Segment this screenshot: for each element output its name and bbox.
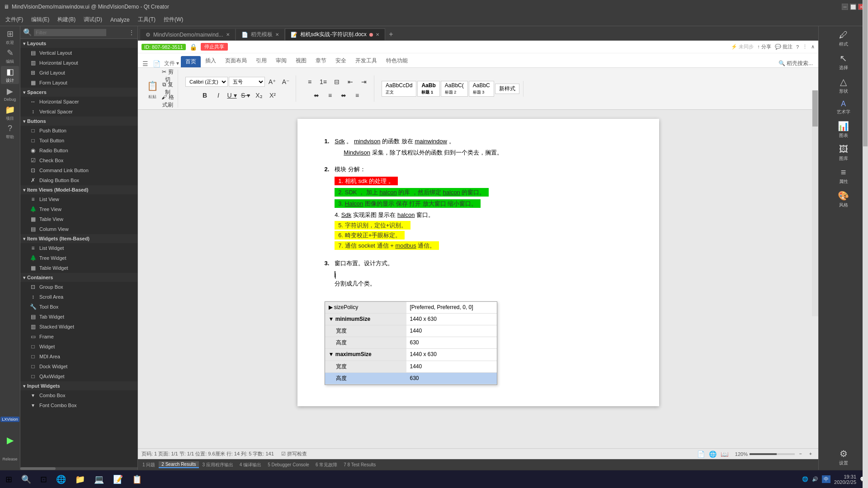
tab-problems[interactable]: 1 问题: [140, 461, 158, 469]
widget-panel-scrollbar[interactable]: [20, 467, 137, 470]
menu-build[interactable]: 构建(B): [54, 15, 79, 24]
stop-share-button[interactable]: 停止共享: [201, 43, 228, 51]
minimize-button[interactable]: ─: [842, 4, 848, 10]
widget-item-dialog-button-box[interactable]: ✗ Dialog Button Box: [20, 175, 137, 185]
widget-item-vertical-spacer[interactable]: ↕ Vertical Spacer: [20, 107, 137, 117]
style-heading1[interactable]: AaBb标题 1: [417, 81, 439, 97]
collapse-icon[interactable]: ∧: [811, 44, 815, 50]
unsync-button[interactable]: ⚡ 未同步: [731, 43, 754, 50]
widget-item-dock-widget[interactable]: □ Dock Widget: [20, 361, 137, 371]
computer-taskbar-button[interactable]: 💻: [90, 472, 108, 487]
widget-item-push-button[interactable]: □ Push Button: [20, 126, 137, 136]
tab-debugger[interactable]: 5 Debugger Console: [265, 462, 312, 468]
cut-button[interactable]: ✂ 剪切: [161, 70, 174, 82]
font-name-select[interactable]: Calibri (正文): [185, 77, 228, 87]
right-tool-shape[interactable]: △ 形状: [821, 75, 866, 96]
widget-item-column-view[interactable]: ▤ Column View: [20, 224, 137, 234]
tab-search-results[interactable]: 2 Search Results: [159, 461, 198, 468]
right-tool-select[interactable]: ↖ 选择: [821, 51, 866, 73]
increase-indent-button[interactable]: ⇥: [358, 75, 370, 88]
widget-item-form-layout[interactable]: ▦ Form Layout: [20, 78, 137, 88]
zoom-out-button[interactable]: −: [797, 450, 805, 458]
search-taskbar-button[interactable]: 🔍: [18, 472, 35, 487]
widget-item-tree-view[interactable]: 🌲 Tree View: [20, 204, 137, 214]
tab-test-results[interactable]: 7 8 Test Results: [341, 462, 378, 468]
align-right-button[interactable]: ⬌: [337, 89, 350, 102]
widget-item-tool-button[interactable]: □ Tool Button: [20, 136, 137, 145]
right-tool-library[interactable]: 🖼 图库: [821, 142, 866, 164]
sidebar-run-button[interactable]: ▶: [1, 431, 19, 449]
word-document[interactable]: 1. Sdk 。 mindvison 的函数 放在 mainwindow 。: [138, 110, 818, 448]
widget-item-command-link-button[interactable]: ⊡ Command Link Button: [20, 165, 137, 175]
menu-analyze[interactable]: Analyze: [107, 16, 133, 24]
sidebar-item-projects[interactable]: 📁 项目: [1, 104, 19, 122]
section-containers-header[interactable]: Containers: [20, 273, 137, 282]
widget-item-stacked-widget[interactable]: ▥ Stacked Widget: [20, 322, 137, 332]
zoom-slider[interactable]: [750, 453, 795, 455]
superscript-button[interactable]: X²: [266, 89, 279, 102]
grow-font-button[interactable]: A⁺: [266, 75, 278, 88]
style-heading3[interactable]: AaBbC标题 3: [469, 81, 494, 97]
widget-item-combo-box[interactable]: ▾ Combo Box: [20, 390, 137, 400]
align-left-button[interactable]: ⬌: [310, 89, 323, 102]
center-button[interactable]: ≡: [324, 89, 336, 102]
widget-item-mdi-area[interactable]: □ MDI Area: [20, 352, 137, 361]
tab-compile-output[interactable]: 4 编译输出: [237, 461, 264, 469]
widget-item-frame[interactable]: ▭ Frame: [20, 332, 137, 342]
tab-developer[interactable]: 开发工具: [351, 55, 382, 67]
section-spacers-header[interactable]: Spacers: [20, 88, 137, 97]
tab-insert[interactable]: 插入: [201, 55, 221, 67]
justify-button[interactable]: ≡: [351, 89, 363, 102]
widget-item-horizontal-spacer[interactable]: ↔ Horizontal Spacer: [20, 97, 137, 107]
widget-item-tab-widget[interactable]: ▤ Tab Widget: [20, 312, 137, 322]
widget-item-tool-box[interactable]: 🔧 Tool Box: [20, 302, 137, 312]
widget-item-list-widget[interactable]: ≡ List Widget: [20, 243, 137, 253]
widget-item-qax-widget[interactable]: □ QAxWidget: [20, 371, 137, 381]
italic-button[interactable]: I: [212, 89, 225, 102]
sidebar-item-edit[interactable]: ✎ 编辑: [1, 47, 19, 65]
help-word-button[interactable]: ?: [796, 44, 799, 50]
widget-item-list-view[interactable]: ≡ List View: [20, 194, 137, 204]
tab-security[interactable]: 安全: [331, 55, 351, 67]
menu-debug[interactable]: 调试(D): [80, 15, 106, 24]
copy-button[interactable]: ⧉ 复制: [161, 82, 174, 95]
sidebar-item-design[interactable]: ◧ 设计: [1, 66, 19, 84]
tab-mainwindow[interactable]: ⚙ MindVisionDemo/mainwind... ✕: [140, 28, 236, 40]
tab-view[interactable]: 视图: [291, 55, 311, 67]
menu-controls[interactable]: 控件(W): [160, 15, 187, 24]
tab-template-close[interactable]: ✕: [275, 32, 279, 37]
sidebar-item-welcome[interactable]: ⊞ 欢迎: [1, 28, 19, 46]
tab-app-output[interactable]: 3 应用程序输出: [200, 461, 236, 469]
paste-button[interactable]: 📋: [144, 78, 160, 94]
right-tool-wordart[interactable]: A 艺术字: [821, 98, 866, 117]
taskview-button[interactable]: ⊡: [37, 472, 51, 487]
restore-button[interactable]: ⬜: [850, 4, 856, 10]
explorer-taskbar-button[interactable]: 📁: [71, 472, 89, 487]
sidebar-item-release[interactable]: Release: [1, 450, 19, 468]
multilevel-button[interactable]: ⊟: [330, 75, 343, 88]
right-tool-settings[interactable]: ⚙ 设置: [821, 446, 866, 468]
sizepolicy-expand[interactable]: ▶: [329, 304, 334, 310]
section-buttons-header[interactable]: Buttons: [20, 117, 137, 126]
tab-template[interactable]: 📄 稻壳模板 ✕: [236, 28, 285, 40]
right-tool-chart[interactable]: 📊 图表: [821, 119, 866, 141]
tab-common-errors[interactable]: 6 常见故障: [313, 461, 340, 469]
zoom-in-button[interactable]: +: [807, 450, 815, 458]
shrink-font-button[interactable]: A⁻: [279, 75, 292, 88]
word-taskbar-button[interactable]: 📝: [109, 472, 127, 487]
view-page-button[interactable]: 📄: [696, 449, 706, 459]
menu-file[interactable]: 文件(F): [2, 15, 27, 24]
widget-item-tree-widget[interactable]: 🌲 Tree Widget: [20, 253, 137, 263]
review-button[interactable]: 💬 批注: [775, 43, 793, 50]
format-paint-button[interactable]: 🖌 格式刷: [161, 95, 174, 108]
tab-mainwindow-close[interactable]: ✕: [226, 32, 230, 37]
tab-chapter[interactable]: 章节: [311, 55, 331, 67]
widget-item-grid-layout[interactable]: ⊞ Grid Layout: [20, 68, 137, 78]
widget-item-check-box[interactable]: ☑ Check Box: [20, 155, 137, 165]
tab-docx-close[interactable]: ✕: [376, 32, 379, 37]
section-item-widgets-header[interactable]: Item Widgets (Item-Based): [20, 234, 137, 243]
filter-input[interactable]: [34, 29, 106, 36]
widget-item-scroll-area[interactable]: ↕ Scroll Area: [20, 292, 137, 302]
share-button[interactable]: ↑ 分享: [757, 43, 771, 50]
widget-item-table-view[interactable]: ▦ Table View: [20, 214, 137, 224]
